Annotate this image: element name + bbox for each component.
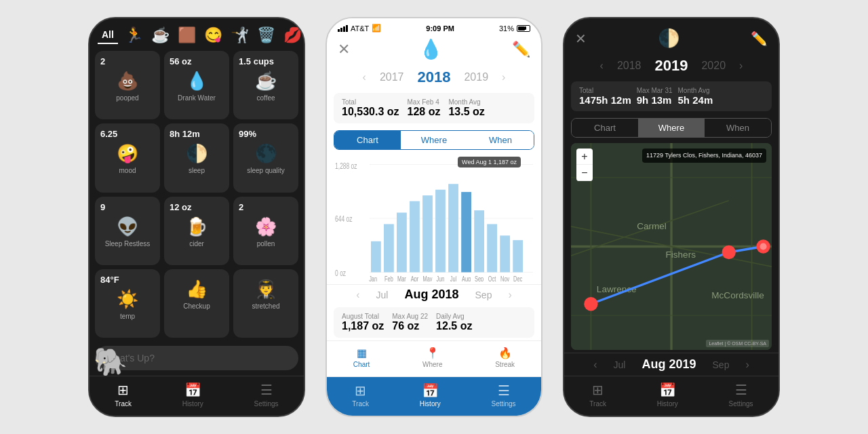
tab-where-dark[interactable]: Where (638, 119, 705, 137)
total-label-dark: Total (579, 87, 631, 94)
tab-when-dark[interactable]: When (705, 119, 771, 137)
svg-rect-17 (513, 240, 523, 272)
prev-year-label[interactable]: 2017 (380, 71, 404, 83)
bottom-sub-tabs: ▦ Chart 📍 Where 🔥 Streak (327, 340, 541, 376)
list-item[interactable]: 56 oz 💧 Drank Water (164, 51, 229, 119)
avg-value-dark: 5h 24m (678, 94, 713, 106)
sub-tab-where[interactable]: 📍 Where (422, 347, 442, 368)
settings-tab[interactable]: ☰ Settings (491, 382, 515, 408)
filter-emoji-coffee[interactable]: ☕ (150, 25, 171, 45)
filter-emoji-food[interactable]: 🟫 (176, 25, 197, 45)
filter-emoji-exercise[interactable]: 🤺 (229, 25, 250, 45)
cell-emoji: ☀️ (117, 289, 138, 310)
zoom-out-button[interactable]: − (576, 165, 593, 181)
year-navigation-dark: ‹ 2018 2019 2020 › (564, 54, 778, 77)
close-icon-dark[interactable]: ✕ (575, 31, 587, 47)
history-tab-icon: 📅 (422, 382, 439, 399)
tab-when[interactable]: When (467, 131, 534, 149)
settings-icon-dark: ☰ (735, 382, 747, 398)
category-filter-bar[interactable]: All 🏃 ☕ 🟫 😋 🤺 🗑️ 💋 ⚪ (90, 18, 304, 45)
streak-tab-label: Streak (495, 361, 515, 368)
prev-month-label-dark[interactable]: Jul (614, 359, 626, 370)
list-item[interactable]: 99% 🌑 sleep quality (233, 123, 298, 192)
svg-text:Apr: Apr (411, 274, 419, 281)
list-item[interactable]: 9 👽 Sleep Restless (95, 197, 160, 265)
current-year-label-dark: 2019 (655, 57, 688, 75)
next-year-chevron[interactable]: › (502, 71, 505, 83)
zoom-in-button[interactable]: + (576, 149, 593, 165)
track-tab-label: Track (352, 400, 369, 408)
svg-text:Jul: Jul (450, 274, 456, 281)
list-item[interactable]: 84°F ☀️ temp (95, 269, 160, 338)
tab-track[interactable]: ⊞ Track (115, 382, 132, 408)
total-label: Total (342, 98, 399, 106)
cell-emoji: 🍺 (186, 216, 208, 237)
list-item[interactable]: 1.5 cups ☕ coffee (233, 51, 298, 119)
list-item[interactable]: 2 💩 pooped (95, 51, 160, 119)
history-tab[interactable]: 📅 History (420, 382, 441, 408)
cell-emoji: 🧑‍✈️ (255, 279, 277, 300)
list-item[interactable]: 2 🌸 pollen (233, 197, 298, 265)
prev-year-label-dark[interactable]: 2018 (617, 60, 642, 72)
tab-settings[interactable]: ☰ Settings (254, 382, 278, 408)
cell-label: stretched (252, 302, 279, 310)
list-item[interactable]: 6.25 🤪 mood (95, 123, 160, 192)
cell-value: 12 oz (170, 202, 192, 212)
tab-history[interactable]: 📅 History (182, 382, 203, 408)
avg-stat: Month Avg 13.5 oz (448, 98, 484, 118)
next-year-label[interactable]: 2019 (464, 71, 488, 83)
prev-year-chevron[interactable]: ‹ (363, 71, 366, 83)
list-item[interactable]: 8h 12m 🌓 sleep (164, 123, 229, 192)
settings-tab-dark[interactable]: ☰ Settings (728, 382, 753, 408)
current-year-label: 2018 (418, 68, 451, 86)
chart-svg: 1,288 oz 644 oz 0 oz Ja (334, 155, 534, 281)
next-month-label-dark[interactable]: Sep (713, 359, 730, 370)
cell-label: Sleep Restless (105, 240, 151, 248)
filter-emoji-run[interactable]: 🏃 (123, 25, 144, 45)
svg-rect-10 (422, 195, 433, 272)
list-item[interactable]: 👍 Checkup (164, 269, 229, 338)
where-tab-label: Where (422, 361, 442, 368)
screen3: ✕ 🌓 ✏️ ‹ 2018 2019 2020 › Total 1475h 12… (563, 17, 780, 417)
history-tab-dark[interactable]: 📅 History (657, 382, 678, 408)
tab-where[interactable]: Where (401, 131, 467, 149)
track-tab[interactable]: ⊞ Track (352, 382, 369, 408)
prev-month-chevron[interactable]: ‹ (356, 289, 359, 301)
month-avg-value: 12.5 oz (436, 320, 472, 332)
next-month-chevron[interactable]: › (508, 289, 511, 301)
month-max-stat: Max Aug 22 76 oz (392, 313, 428, 332)
history-icon-dark: 📅 (659, 382, 676, 398)
next-year-label-dark[interactable]: 2020 (701, 60, 726, 72)
list-item[interactable]: 🧑‍✈️ stretched (233, 269, 298, 338)
screen3-toolbar: ✕ 🌓 ✏️ (564, 18, 778, 54)
filter-emoji-mood[interactable]: 😋 (203, 25, 224, 45)
next-month-label[interactable]: Sep (475, 290, 492, 300)
sub-tab-streak[interactable]: 🔥 Streak (495, 347, 515, 368)
where-tab-icon: 📍 (426, 347, 439, 359)
filter-emoji-misc[interactable]: 🗑️ (256, 25, 277, 45)
map-zoom-controls[interactable]: + − (576, 149, 593, 181)
next-year-chevron-dark[interactable]: › (739, 60, 743, 72)
svg-rect-13 (461, 192, 471, 272)
cell-emoji: 👍 (186, 279, 208, 300)
prev-month-chevron-dark[interactable]: ‹ (593, 359, 597, 371)
close-icon[interactable]: ✕ (338, 41, 350, 58)
track-tab-dark[interactable]: ⊞ Track (589, 382, 606, 408)
sub-tab-chart[interactable]: ▦ Chart (353, 347, 370, 368)
list-item[interactable]: 12 oz 🍺 cider (164, 197, 229, 265)
edit-icon[interactable]: ✏️ (512, 41, 530, 58)
tab-chart-dark[interactable]: Chart (572, 119, 638, 137)
all-filter-button[interactable]: All (98, 26, 118, 44)
tab-history-label: History (182, 400, 203, 408)
month-avg-stat: Daily Avg 12.5 oz (436, 313, 472, 332)
filter-emoji-lip[interactable]: 💋 (282, 25, 303, 45)
prev-year-chevron-dark[interactable]: ‹ (600, 60, 604, 72)
tab-chart[interactable]: Chart (334, 131, 401, 149)
svg-rect-11 (435, 190, 446, 273)
water-drop-icon: 💧 (419, 38, 443, 60)
track-tab-icon: ⊞ (355, 382, 366, 399)
next-month-chevron-dark[interactable]: › (745, 359, 749, 371)
battery-label: 31% (499, 24, 514, 33)
edit-icon-dark[interactable]: ✏️ (751, 31, 768, 47)
prev-month-label[interactable]: Jul (376, 290, 389, 300)
